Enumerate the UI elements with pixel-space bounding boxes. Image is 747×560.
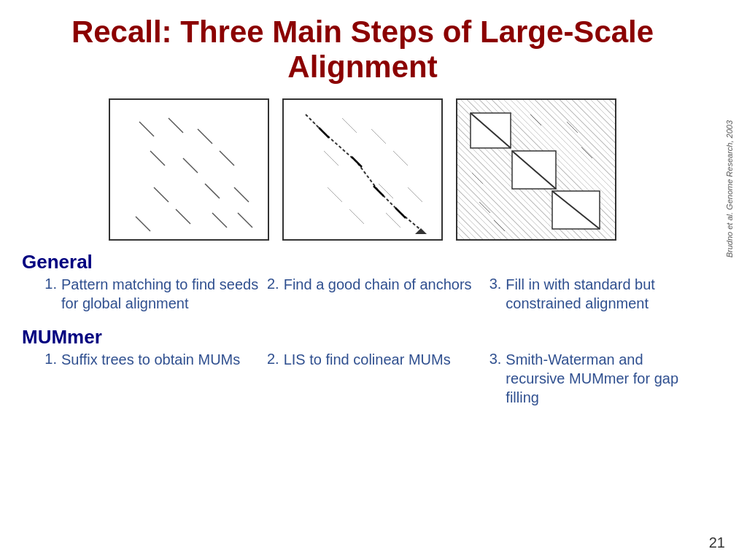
svg-line-18 [328, 187, 342, 202]
general-step-1: 1. Pattern matching to find seeds for gl… [36, 275, 259, 313]
svg-line-10 [212, 213, 227, 228]
diagram-1 [109, 98, 269, 241]
svg-line-32 [567, 122, 578, 133]
general-step-1-number: 1. [36, 275, 57, 292]
svg-line-14 [342, 118, 357, 133]
mummer-step-3-number: 3. [481, 350, 501, 368]
general-step-2: 2. Find a good chain of anchors [259, 275, 481, 313]
svg-line-16 [371, 129, 386, 144]
general-step-1-text: Pattern matching to find seeds for globa… [61, 275, 259, 313]
svg-line-15 [324, 151, 338, 166]
general-step-2-number: 2. [259, 275, 279, 292]
diagram-1-svg [110, 100, 269, 241]
svg-line-6 [154, 187, 169, 202]
svg-marker-27 [415, 228, 427, 234]
svg-line-34 [472, 173, 483, 184]
svg-line-1 [169, 118, 183, 133]
general-step-3: 3. Fill in with standard but constrained… [481, 275, 703, 313]
svg-line-5 [220, 151, 234, 166]
mummer-steps: 1. Suffix trees to obtain MUMs 2. LIS to… [36, 350, 703, 407]
svg-line-8 [234, 187, 249, 202]
mummer-label: MUMmer [22, 326, 703, 349]
svg-line-0 [139, 122, 154, 136]
svg-line-21 [349, 209, 364, 224]
general-step-2-text: Find a good chain of anchors [284, 275, 472, 294]
general-step-3-text: Fill in with standard but constrained al… [506, 275, 703, 313]
mummer-step-1-number: 1. [36, 350, 57, 368]
svg-line-19 [379, 184, 393, 198]
svg-line-12 [238, 213, 252, 228]
mummer-step-3-text: Smith-Waterman and recursive MUMmer for … [506, 350, 703, 407]
general-steps: 1. Pattern matching to find seeds for gl… [36, 275, 703, 313]
mummer-step-1-text: Suffix trees to obtain MUMs [61, 350, 240, 369]
content-grid: General 1. Pattern matching to find seed… [22, 251, 703, 407]
svg-line-23 [319, 128, 329, 138]
mummer-section: MUMmer 1. Suffix trees to obtain MUMs 2.… [22, 326, 703, 407]
diagram-2-svg [284, 100, 443, 241]
mummer-step-2-text: LIS to find colinear MUMs [284, 350, 451, 369]
svg-line-31 [530, 114, 541, 125]
general-section: General 1. Pattern matching to find seed… [22, 251, 703, 313]
svg-line-3 [198, 129, 212, 144]
general-label: General [22, 251, 703, 273]
svg-line-9 [176, 209, 190, 224]
svg-line-26 [395, 208, 406, 218]
svg-line-24 [352, 157, 362, 167]
general-step-3-number: 3. [481, 275, 501, 292]
mummer-step-1: 1. Suffix trees to obtain MUMs [36, 350, 259, 407]
svg-line-33 [581, 147, 592, 158]
slide-title: Recall: Three Main Steps of Large-Scale … [22, 15, 703, 85]
citation-text: Brudno et al. Genome Research, 2003 [725, 120, 734, 257]
svg-line-4 [183, 158, 198, 173]
diagram-3-svg [457, 100, 616, 241]
mummer-step-3: 3. Smith-Waterman and recursive MUMmer f… [481, 350, 703, 407]
mummer-step-2-number: 2. [259, 350, 279, 368]
svg-line-20 [408, 187, 422, 202]
svg-line-22 [386, 213, 400, 228]
diagram-2 [282, 98, 443, 241]
svg-line-17 [393, 151, 408, 166]
slide-container: Recall: Three Main Steps of Large-Scale … [0, 0, 747, 560]
svg-line-11 [136, 217, 150, 231]
diagrams-row [22, 98, 703, 241]
slide-number: 21 [709, 534, 725, 551]
svg-line-2 [150, 151, 165, 166]
mummer-step-2: 2. LIS to find colinear MUMs [259, 350, 481, 407]
diagram-3 [456, 98, 616, 241]
svg-line-7 [205, 184, 220, 198]
svg-line-36 [494, 220, 505, 231]
svg-line-35 [479, 202, 490, 213]
